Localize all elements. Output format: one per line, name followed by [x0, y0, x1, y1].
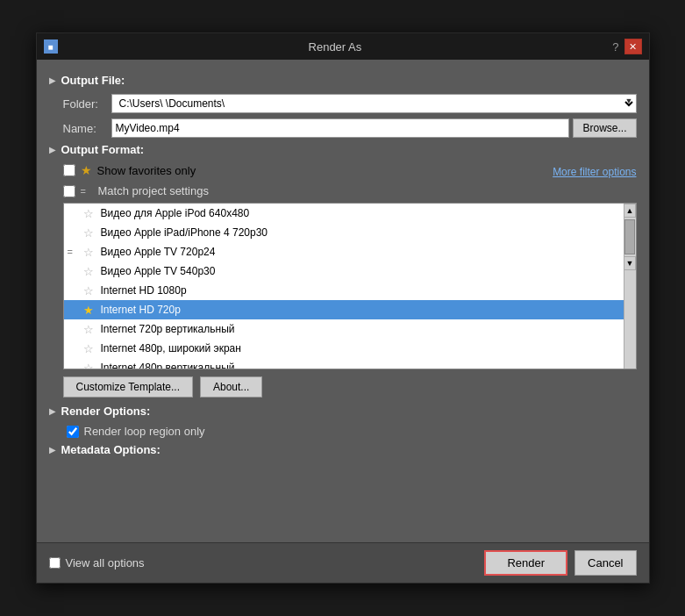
loop-region-label: Render loop region only [84, 425, 205, 438]
star-icon[interactable]: ☆ [83, 323, 97, 336]
format-list-item[interactable]: ☆Видео для Apple iPod 640x480 [64, 204, 624, 223]
format-list-item[interactable]: ☆Internet 480p, широкий экран [64, 339, 624, 358]
filter-row: ★ Show favorites only More filter option… [49, 163, 637, 181]
output-file-triangle[interactable]: ▶ [49, 75, 56, 85]
star-icon[interactable]: ☆ [83, 362, 97, 370]
render-options-triangle[interactable]: ▶ [49, 406, 56, 416]
format-list-item[interactable]: ☆Internet 480p вертикальный [64, 358, 624, 369]
folder-row: Folder: C:\Users\ \Documents\ [49, 94, 637, 113]
render-options-section-header: ▶ Render Options: [49, 405, 637, 418]
cancel-button[interactable]: Cancel [574, 550, 636, 576]
main-content: ▶ Output File: Folder: C:\Users\ \Docume… [37, 60, 649, 542]
output-file-section-header: ▶ Output File: [49, 74, 637, 87]
show-favorites-checkbox[interactable] [63, 164, 75, 176]
app-icon: ■ [44, 39, 58, 54]
bottom-buttons: Render Cancel [484, 550, 636, 576]
scroll-thumb[interactable] [624, 219, 635, 254]
render-options-content: Render loop region only [49, 425, 637, 438]
titlebar: ■ Render As ? ✕ [37, 33, 649, 60]
name-row: Name: Browse... [49, 118, 637, 138]
format-item-label: Видео Apple iPad/iPhone 4 720p30 [101, 226, 620, 239]
bottom-bar: View all options Render Cancel [37, 542, 649, 583]
folder-select[interactable]: C:\Users\ \Documents\ [111, 94, 637, 113]
match-project-label: Match project settings [98, 184, 209, 197]
star-icon[interactable]: ☆ [83, 226, 97, 240]
render-button[interactable]: Render [484, 550, 567, 576]
format-item-label: Видео Apple TV 720p24 [101, 246, 620, 258]
format-item-label: Internet HD 720p [101, 304, 620, 316]
render-as-window: ■ Render As ? ✕ ▶ Output File: Folder: C… [36, 32, 650, 584]
loop-region-checkbox[interactable] [67, 426, 79, 438]
render-options-title: Render Options: [61, 405, 151, 418]
view-all-left: View all options [49, 556, 145, 569]
name-label: Name: [63, 122, 111, 135]
scroll-up-button[interactable]: ▲ [624, 204, 636, 218]
about-button[interactable]: About... [200, 376, 262, 398]
format-item-label: Видео Apple TV 540p30 [101, 265, 620, 277]
match-project-row: = Match project settings [49, 184, 637, 197]
format-list-item[interactable]: ☆Видео Apple iPad/iPhone 4 720p30 [64, 223, 624, 242]
loop-region-row: Render loop region only [67, 425, 637, 438]
metadata-section-header: ▶ Metadata Options: [49, 443, 637, 456]
equals-icon: = [81, 186, 93, 197]
format-item-label: Видео для Apple iPod 640x480 [101, 207, 620, 219]
star-icon[interactable]: ☆ [83, 246, 97, 259]
bottom-spacer [49, 463, 637, 534]
format-list: ☆Видео для Apple iPod 640x480☆Видео Appl… [64, 204, 624, 369]
close-button[interactable]: ✕ [624, 39, 642, 54]
format-item-label: Internet 720p вертикальный [101, 323, 620, 335]
star-icon[interactable]: ☆ [83, 342, 97, 355]
output-format-section-header: ▶ Output Format: [49, 143, 637, 156]
favorites-star-icon: ★ [81, 163, 92, 177]
star-icon[interactable]: ★ [83, 304, 97, 317]
star-icon[interactable]: ☆ [83, 207, 97, 220]
format-list-item[interactable]: ☆Internet 720p вертикальный [64, 319, 624, 339]
format-item-label: Internet 480p вертикальный [101, 362, 620, 369]
format-list-item[interactable]: ★Internet HD 720p [64, 300, 624, 319]
show-favorites-label: Show favorites only [97, 164, 196, 177]
window-title: Render As [309, 40, 362, 54]
match-project-item: = Match project settings [63, 184, 637, 197]
output-format-title: Output Format: [61, 143, 145, 156]
folder-label: Folder: [63, 97, 111, 111]
name-input[interactable] [111, 118, 570, 138]
scrollbar-track: ▲ ▼ [624, 204, 636, 369]
template-buttons-row: Customize Template... About... [49, 376, 637, 398]
view-all-label: View all options [66, 556, 145, 569]
format-item-label: Internet HD 1080p [101, 284, 620, 297]
format-item-label: Internet 480p, широкий экран [101, 342, 620, 355]
star-icon[interactable]: ☆ [83, 265, 97, 278]
help-button[interactable]: ? [612, 40, 618, 54]
format-list-item[interactable]: ☆Internet HD 1080p [64, 281, 624, 300]
scroll-down-button[interactable]: ▼ [624, 256, 636, 270]
show-favorites-item: ★ Show favorites only [63, 163, 196, 177]
output-format-triangle[interactable]: ▶ [49, 145, 56, 154]
titlebar-controls: ? ✕ [612, 39, 641, 54]
browse-button[interactable]: Browse... [573, 118, 636, 138]
equals-sign-icon: = [68, 247, 80, 257]
filter-left: ★ Show favorites only [63, 163, 196, 181]
view-all-checkbox[interactable] [49, 557, 61, 569]
match-project-checkbox[interactable] [63, 185, 75, 197]
more-filter-link[interactable]: More filter options [553, 166, 636, 178]
metadata-title: Metadata Options: [61, 443, 161, 456]
format-list-scrollarea: ☆Видео для Apple iPod 640x480☆Видео Appl… [64, 204, 636, 369]
output-file-title: Output File: [61, 74, 125, 87]
format-list-item[interactable]: =☆Видео Apple TV 720p24 [64, 242, 624, 261]
customize-template-button[interactable]: Customize Template... [63, 376, 194, 398]
format-list-item[interactable]: ☆Видео Apple TV 540p30 [64, 261, 624, 281]
metadata-triangle[interactable]: ▶ [49, 445, 56, 455]
format-list-container: ☆Видео для Apple iPod 640x480☆Видео Appl… [63, 203, 637, 369]
folder-select-wrapper: C:\Users\ \Documents\ [111, 94, 637, 113]
star-icon[interactable]: ☆ [83, 284, 97, 297]
